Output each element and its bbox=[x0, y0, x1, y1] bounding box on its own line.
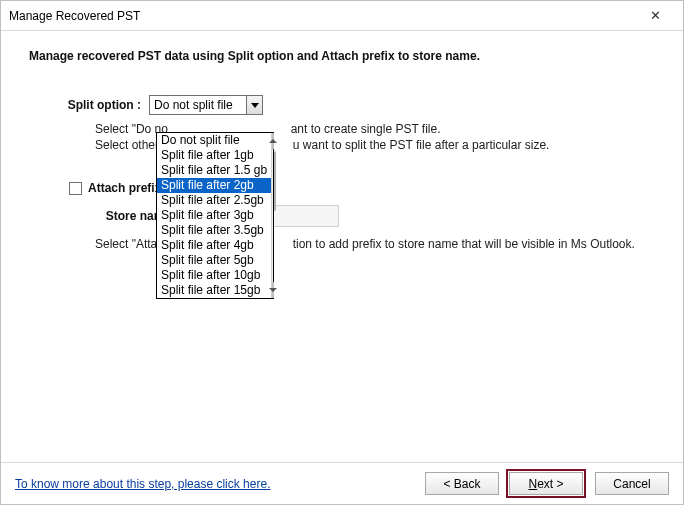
dropdown-option[interactable]: Split file after 5gb bbox=[157, 253, 271, 268]
dialog-window: Manage Recovered PST ✕ Manage recovered … bbox=[0, 0, 684, 505]
dropdown-scrollbar[interactable] bbox=[271, 133, 273, 298]
dropdown-option[interactable]: Split file after 2.5gb bbox=[157, 193, 271, 208]
content-area: Manage recovered PST data using Split op… bbox=[1, 31, 683, 462]
dropdown-option[interactable]: Split file after 15gb bbox=[157, 283, 271, 298]
dropdown-option[interactable]: Split file after 3.5gb bbox=[157, 223, 271, 238]
prefix-desc-b: tion to add prefix to store name that wi… bbox=[293, 237, 635, 251]
split-option-combobox[interactable]: Do not split file bbox=[149, 95, 263, 115]
split-option-selected-text: Do not split file bbox=[150, 98, 246, 112]
split-option-dropdown-list[interactable]: Do not split fileSplit file after 1gbSpl… bbox=[156, 132, 274, 299]
split-desc-1b: ant to create single PST file. bbox=[291, 122, 441, 136]
close-button[interactable]: ✕ bbox=[635, 2, 675, 30]
next-button[interactable]: Next > bbox=[509, 472, 583, 495]
close-icon: ✕ bbox=[650, 8, 661, 23]
dropdown-option[interactable]: Split file after 2gb bbox=[157, 178, 271, 193]
split-desc-2b: u want to split the PST file after a par… bbox=[293, 138, 550, 152]
split-option-row: Split option : Do not split file bbox=[29, 95, 655, 115]
dropdown-option[interactable]: Do not split file bbox=[157, 133, 271, 148]
dropdown-arrow-icon bbox=[246, 96, 262, 114]
page-heading: Manage recovered PST data using Split op… bbox=[29, 49, 655, 63]
back-button[interactable]: < Back bbox=[425, 472, 499, 495]
dropdown-option[interactable]: Split file after 4gb bbox=[157, 238, 271, 253]
footer-bar: To know more about this step, please cli… bbox=[1, 462, 683, 504]
attach-prefix-checkbox[interactable] bbox=[69, 182, 82, 195]
cancel-button[interactable]: Cancel bbox=[595, 472, 669, 495]
scroll-thumb[interactable] bbox=[274, 151, 276, 211]
dropdown-option[interactable]: Split file after 1gb bbox=[157, 148, 271, 163]
next-underline: N bbox=[528, 477, 537, 491]
scroll-down-arrow-icon[interactable] bbox=[272, 282, 274, 298]
next-rest: ext > bbox=[537, 477, 563, 491]
dropdown-option[interactable]: Split file after 1.5 gb bbox=[157, 163, 271, 178]
window-title: Manage Recovered PST bbox=[9, 9, 635, 23]
scroll-up-arrow-icon[interactable] bbox=[272, 133, 274, 149]
help-link[interactable]: To know more about this step, please cli… bbox=[15, 477, 270, 491]
split-option-label: Split option : bbox=[29, 98, 149, 112]
dropdown-option[interactable]: Split file after 10gb bbox=[157, 268, 271, 283]
dropdown-option[interactable]: Split file after 3gb bbox=[157, 208, 271, 223]
titlebar: Manage Recovered PST ✕ bbox=[1, 1, 683, 31]
